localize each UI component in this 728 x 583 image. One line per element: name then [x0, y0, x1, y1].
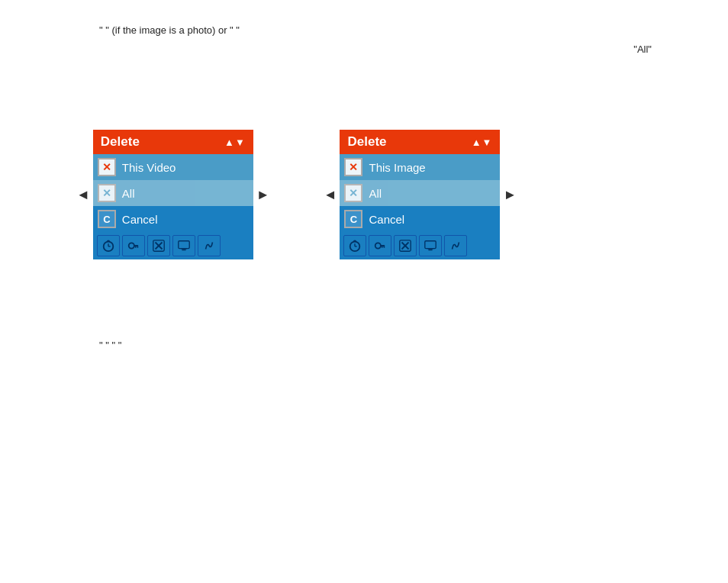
top-line1: " " (if the image is a photo) or " ": [99, 23, 682, 39]
panel-image: Delete ▲▼ ✕ This Image ✕ All C Cancel: [340, 130, 500, 259]
svg-rect-25: [425, 241, 436, 249]
menu-item-cancel-video[interactable]: C Cancel: [93, 206, 253, 232]
panel-image-arrow-right[interactable]: ►: [503, 187, 517, 203]
toolbar-btn-key2[interactable]: [369, 235, 391, 256]
signal-icon2: [449, 239, 462, 253]
signal-icon: [202, 239, 216, 253]
panel-video-title: Delete: [101, 134, 140, 150]
toolbar-btn-signal2[interactable]: [444, 235, 467, 256]
svg-rect-6: [137, 246, 138, 248]
panel-video-arrow-left[interactable]: ◄: [76, 187, 90, 203]
screen-icon2: [424, 239, 437, 253]
svg-rect-17: [354, 240, 357, 242]
panel-image-header-arrows: ▲▼: [472, 137, 493, 148]
toolbar-btn-screen2[interactable]: [419, 235, 442, 256]
bottom-text-block: " " " ": [99, 340, 121, 351]
toolbar-btn-delete[interactable]: [147, 235, 170, 256]
panel-image-title: Delete: [347, 134, 386, 150]
top-text-block: " " (if the image is a photo) or " " "Al…: [99, 23, 682, 58]
panel-video-toolbar: [93, 232, 253, 259]
toolbar-btn-timer[interactable]: [97, 235, 120, 256]
svg-rect-12: [182, 250, 185, 251]
panel-video: Delete ▲▼ ✕ This Video ✕ All C Cancel: [93, 130, 253, 259]
menu-item-this-video[interactable]: ✕ This Video: [93, 154, 253, 180]
svg-rect-19: [380, 245, 385, 246]
cancel-video-icon: C: [98, 210, 116, 228]
all-video-icon: ✕: [98, 184, 116, 202]
svg-rect-7: [135, 246, 137, 248]
svg-rect-11: [179, 241, 189, 249]
delete-icon: [152, 239, 166, 253]
key-icon2: [373, 239, 387, 253]
toolbar-btn-key[interactable]: [122, 235, 145, 256]
menu-item-all-image[interactable]: ✕ All: [340, 180, 500, 206]
panel-video-arrow-right[interactable]: ►: [256, 187, 270, 203]
this-image-label: This Image: [369, 161, 425, 174]
screen-icon: [177, 239, 191, 253]
top-line2: "All": [99, 42, 682, 58]
svg-rect-27: [428, 249, 433, 250]
panel-video-header-arrows: ▲▼: [224, 137, 246, 148]
all-video-label: All: [122, 187, 135, 200]
toolbar-btn-screen[interactable]: [172, 235, 195, 256]
panel-image-toolbar: [340, 232, 500, 259]
panels-container: ◄ Delete ▲▼ ✕ This Video ✕ All C Cancel: [76, 130, 517, 259]
panel-image-header: Delete ▲▼: [340, 130, 500, 154]
panel-video-wrapper: ◄ Delete ▲▼ ✕ This Video ✕ All C Cancel: [76, 130, 270, 259]
toolbar-btn-delete2[interactable]: [394, 235, 417, 256]
timer-icon: [101, 239, 115, 253]
menu-item-all-video[interactable]: ✕ All: [93, 180, 253, 206]
this-video-label: This Video: [122, 161, 176, 174]
panel-image-arrow-left[interactable]: ◄: [324, 187, 337, 203]
svg-rect-21: [382, 246, 383, 248]
timer-icon2: [348, 239, 362, 253]
svg-point-4: [129, 243, 134, 248]
panel-image-wrapper: ◄ Delete ▲▼ ✕ This Image ✕ All C Cancel: [324, 130, 517, 259]
delete-icon2: [398, 239, 412, 253]
cancel-image-icon: C: [344, 210, 362, 228]
menu-item-this-image[interactable]: ✕ This Image: [340, 154, 500, 180]
svg-rect-5: [134, 245, 138, 246]
panel-video-header: Delete ▲▼: [93, 130, 253, 154]
svg-rect-26: [429, 250, 433, 251]
key-icon: [127, 239, 140, 253]
svg-rect-3: [107, 240, 110, 242]
this-video-icon: ✕: [98, 158, 116, 176]
cancel-image-label: Cancel: [369, 213, 404, 226]
all-image-icon: ✕: [344, 184, 362, 202]
svg-rect-13: [181, 249, 186, 250]
svg-point-18: [375, 243, 381, 248]
all-image-label: All: [369, 187, 382, 200]
toolbar-btn-signal[interactable]: [198, 235, 221, 256]
cancel-video-label: Cancel: [122, 213, 158, 226]
this-image-icon: ✕: [344, 158, 362, 176]
toolbar-btn-timer2[interactable]: [343, 235, 366, 256]
menu-item-cancel-image[interactable]: C Cancel: [340, 206, 500, 232]
svg-rect-20: [384, 246, 385, 248]
